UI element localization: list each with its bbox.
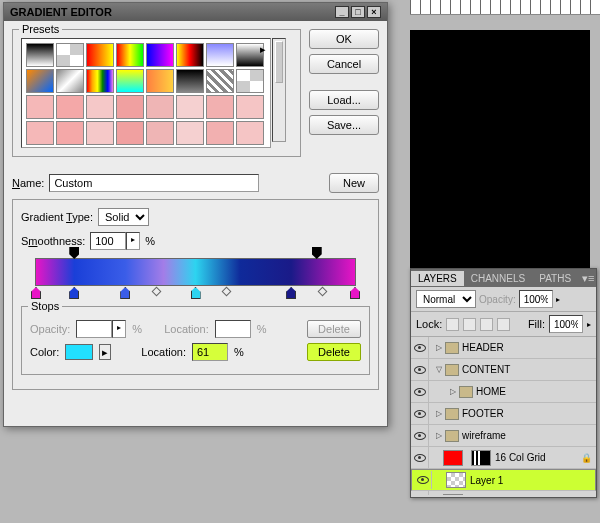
visibility-icon[interactable] [411,359,429,380]
preset-swatch[interactable] [176,121,204,145]
layer-name[interactable]: FOOTER [462,408,596,419]
preset-swatch[interactable] [56,121,84,145]
preset-swatch[interactable] [56,69,84,93]
preset-scrollbar[interactable] [272,38,286,142]
preset-swatch[interactable] [116,121,144,145]
lock-image-icon[interactable] [463,318,476,331]
name-input[interactable] [49,174,259,192]
tab-layers[interactable]: LAYERS [411,271,464,286]
visibility-icon[interactable] [411,447,429,468]
preset-swatch[interactable] [236,69,264,93]
fill-input[interactable] [549,315,583,333]
gradient-type-select[interactable]: Solid [98,208,149,226]
preset-swatch[interactable] [176,43,204,67]
preset-swatch[interactable] [146,69,174,93]
disclosure-icon[interactable]: ▷ [436,409,442,418]
visibility-icon[interactable] [411,425,429,446]
color-stop[interactable] [120,287,130,299]
disclosure-icon[interactable]: ▷ [436,431,442,440]
preset-swatch[interactable] [176,69,204,93]
layer-row[interactable]: Layer 1 [411,469,596,491]
color-stop[interactable] [31,287,41,299]
midpoint-icon[interactable] [222,287,232,297]
preset-swatch[interactable] [206,43,234,67]
visibility-icon[interactable] [411,337,429,358]
preset-swatch[interactable] [236,95,264,119]
preset-swatch[interactable] [26,69,54,93]
preset-swatch[interactable] [26,95,54,119]
midpoint-icon[interactable] [318,287,328,297]
visibility-icon[interactable] [414,471,432,489]
gradient-bar[interactable] [35,258,356,286]
layer-thumbnail[interactable] [446,472,466,488]
layer-name[interactable]: 16 Col Grid [495,452,581,463]
color-swatch[interactable] [65,344,93,360]
visibility-icon[interactable] [411,381,429,402]
preset-swatch[interactable] [56,95,84,119]
preset-swatch[interactable] [176,95,204,119]
preset-swatch[interactable] [86,43,114,67]
color-stop[interactable] [69,287,79,299]
layer-row[interactable]: ▽CONTENT [411,359,596,381]
cancel-button[interactable]: Cancel [309,54,379,74]
tab-paths[interactable]: PATHS [532,271,578,286]
opacity-arrow-icon[interactable]: ▸ [556,295,560,304]
preset-swatch[interactable] [146,43,174,67]
preset-swatch[interactable] [116,95,144,119]
ok-button[interactable]: OK [309,29,379,49]
layer-name[interactable]: CONTENT [462,364,596,375]
layer-row[interactable]: ▷FOOTER [411,403,596,425]
titlebar[interactable]: GRADIENT EDITOR _ □ × [4,3,387,21]
layer-row[interactable]: ▷HEADER [411,337,596,359]
layer-row[interactable]: ▷HOME [411,381,596,403]
maximize-icon[interactable]: □ [351,6,365,18]
opacity-stop[interactable] [312,247,322,259]
tab-channels[interactable]: CHANNELS [464,271,532,286]
preset-swatch[interactable] [116,43,144,67]
layer-name[interactable]: HOME [476,386,596,397]
preset-swatch[interactable] [26,43,54,67]
new-button[interactable]: New [329,173,379,193]
lock-all-icon[interactable] [497,318,510,331]
visibility-icon[interactable] [411,403,429,424]
smoothness-arrow-icon[interactable]: ▸ [126,232,140,250]
preset-swatch[interactable] [206,95,234,119]
load-button[interactable]: Load... [309,90,379,110]
layer-row[interactable]: 16 Col Grid🔒 [411,447,596,469]
color-stop[interactable] [350,287,360,299]
preset-swatches[interactable]: ▸ [21,38,271,148]
blend-mode-select[interactable]: Normal [416,290,476,308]
preset-swatch[interactable] [206,121,234,145]
close-icon[interactable]: × [367,6,381,18]
preset-swatch[interactable] [26,121,54,145]
delete-color-button[interactable]: Delete [307,343,361,361]
preset-swatch[interactable] [236,121,264,145]
minimize-icon[interactable]: _ [335,6,349,18]
fill-arrow-icon[interactable]: ▸ [587,320,591,329]
save-button[interactable]: Save... [309,115,379,135]
preset-swatch[interactable] [146,95,174,119]
color-arrow-icon[interactable]: ▸ [99,344,111,360]
disclosure-icon[interactable]: ▽ [436,365,442,374]
preset-swatch[interactable] [56,43,84,67]
preset-swatch[interactable] [206,69,234,93]
midpoint-icon[interactable] [152,287,162,297]
layer-row[interactable]: ▷wireframe [411,425,596,447]
layer-thumbnail[interactable] [443,450,463,466]
opacity-stop[interactable] [69,247,79,259]
preset-swatch[interactable] [86,121,114,145]
preset-swatch[interactable] [116,69,144,93]
disclosure-icon[interactable]: ▷ [450,387,456,396]
panel-menu-icon[interactable]: ▾≡ [578,272,598,285]
preset-swatch[interactable] [86,69,114,93]
color-stop[interactable] [286,287,296,299]
lock-position-icon[interactable] [480,318,493,331]
layer-name[interactable]: Layer 1 [470,475,593,486]
flyout-icon[interactable]: ▸ [260,43,266,56]
layer-name[interactable]: HEADER [462,342,596,353]
color-stop[interactable] [191,287,201,299]
layer-name[interactable]: wireframe [462,430,596,441]
disclosure-icon[interactable]: ▷ [436,343,442,352]
layer-opacity-input[interactable] [519,290,553,308]
layer-thumbnail[interactable] [443,494,463,496]
